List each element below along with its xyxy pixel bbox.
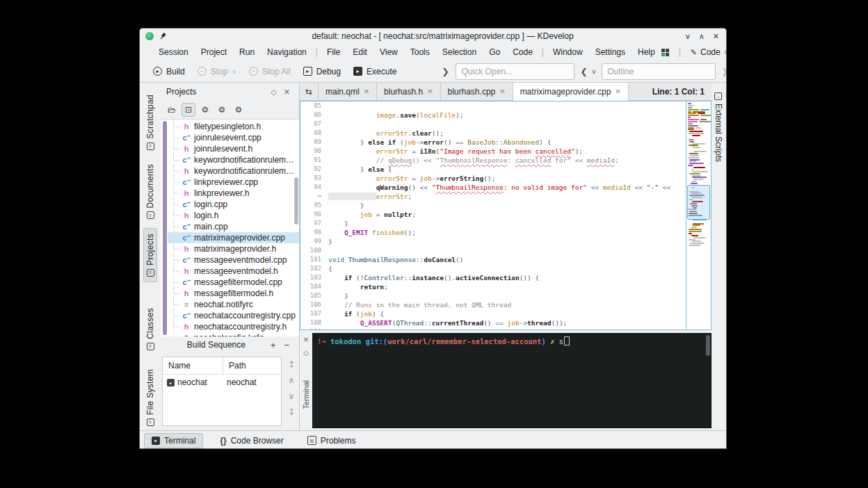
debug-button[interactable]: ▸ Debug [297, 63, 347, 80]
menu-session[interactable]: Session [152, 45, 195, 59]
minimize-icon[interactable]: ∨ [685, 33, 691, 40]
move-up-icon[interactable]: ∧ [289, 375, 295, 385]
dock-tab-external-scripts[interactable]: ›External Scripts [712, 88, 725, 166]
tree-item[interactable]: hlinkpreviewer.h [168, 188, 299, 199]
editor-minimap[interactable] [686, 101, 711, 330]
titlebar: default: neochat - [ neochat:src/matrixi… [140, 29, 726, 44]
menu-tools[interactable]: Tools [404, 45, 436, 59]
close-tab-icon[interactable]: ✕ [615, 88, 620, 95]
gear-icon[interactable]: ⚙ [198, 103, 212, 117]
remove-button[interactable]: − [280, 340, 294, 350]
menu-selection[interactable]: Selection [436, 45, 483, 59]
working-set-button[interactable]: ✎ Code ∨ [691, 47, 727, 57]
dock-tab-classes[interactable]: Classes≡ [144, 303, 156, 355]
terminal-screen[interactable]: !➜ tokodon git:(work/carl/remember-selec… [312, 333, 712, 428]
prev-icon[interactable]: ❮ [574, 67, 588, 76]
close-tab-icon[interactable]: ✕ [364, 88, 369, 95]
tree-item[interactable]: c++linkpreviewer.cpp [168, 177, 299, 188]
gear-sync-icon[interactable]: ⚙ [215, 103, 229, 117]
tree-scrollbar[interactable] [294, 177, 298, 225]
tree-item[interactable]: hjoinrulesevent.h [168, 143, 299, 154]
tree-item[interactable]: hmessageeventmodel.h [168, 266, 299, 277]
editor-tab-blurhash.cpp[interactable]: blurhash.cpp✕ [441, 83, 513, 100]
code-line: 94 qWarning() << "ThumbnailResponse: no … [300, 183, 686, 192]
stop-button[interactable]: − Stop∨ [191, 63, 243, 80]
menu-go[interactable]: Go [483, 45, 506, 59]
maximize-icon[interactable]: ∧ [699, 33, 705, 40]
build-sequence-row[interactable]: ▸neochatneochat [163, 375, 281, 390]
menu-project[interactable]: Project [195, 45, 233, 59]
menu-window[interactable]: Window [547, 45, 589, 59]
menu-help[interactable]: Help [632, 45, 661, 59]
execute-button[interactable]: ▸ Execute [347, 63, 403, 80]
dock-tab-documents[interactable]: Documents≡ [144, 159, 156, 224]
close-tab-icon[interactable]: ✕ [427, 88, 433, 95]
stop-all-button[interactable]: − Stop All [243, 63, 297, 80]
toolview-button-terminal[interactable]: ▸Terminal [144, 433, 203, 448]
tree-item[interactable]: hfiletypesingleton.h [168, 121, 299, 132]
float-icon[interactable]: ◇ [303, 349, 309, 357]
tree-item[interactable]: hlogin.h [168, 210, 299, 221]
add-button[interactable]: + [266, 340, 280, 350]
tree-item[interactable]: c++main.cpp [168, 221, 299, 232]
left-dock-tabbar: Scratchpad≡Documents≡Projects≡Classes≡Fi… [140, 83, 161, 430]
tree-item[interactable]: ≡neochat.notifyrc [168, 299, 299, 310]
outline-input[interactable] [602, 63, 716, 80]
build-sequence-title: Build Sequence [166, 340, 266, 350]
pin-icon[interactable] [158, 31, 168, 41]
close-icon[interactable]: ✕ [303, 336, 309, 343]
tree-item[interactable]: hmatriximageprovider.h [168, 243, 299, 254]
code-line: 86 image.save(localFile); [300, 111, 686, 120]
tree-item[interactable]: c++messageeventmodel.cpp [168, 254, 299, 266]
code-editor[interactable]: 8586 image.save(localFile);8788 errorStr… [300, 101, 712, 330]
close-tab-icon[interactable]: ✕ [499, 88, 505, 95]
menu-edit[interactable]: Edit [346, 45, 373, 59]
tree-item[interactable]: c++joinrulesevent.cpp [168, 132, 299, 143]
tree-item[interactable]: c++neochataccountregistry.cpp [168, 310, 299, 321]
tree-item[interactable]: c++keywordnotificationrulem… [168, 154, 299, 165]
expand-toolbar-icon[interactable]: ❯ [436, 67, 454, 76]
editor-tab-main.qml[interactable]: main.qml✕ [318, 83, 377, 100]
close-icon[interactable]: ✕ [280, 88, 294, 97]
chevron-down-icon[interactable]: ∨ [589, 68, 602, 75]
column-header-path[interactable]: Path [223, 361, 246, 371]
h-file-icon: h [182, 267, 191, 275]
toolview-button-problems[interactable]: ▥Problems [300, 434, 363, 448]
dock-tab-projects[interactable]: Projects≡ [143, 228, 157, 282]
tree-item[interactable]: hkeywordnotificationrulem… [168, 165, 299, 177]
area-grid-icon[interactable] [661, 49, 669, 56]
move-top-icon[interactable]: ↥ [288, 359, 295, 369]
tree-item[interactable]: c++matriximageprovider.cpp [168, 232, 299, 243]
editor-tab-blurhash.h[interactable]: blurhash.h✕ [377, 83, 440, 100]
close-icon[interactable]: ✕ [713, 33, 719, 40]
menu-settings[interactable]: Settings [589, 45, 632, 59]
toolview-button-code-browser[interactable]: {}Code Browser [213, 434, 290, 448]
document-switcher-icon[interactable]: ⇆ [300, 83, 318, 100]
menu-file[interactable]: File [321, 45, 346, 59]
gear-build-icon[interactable]: ⚙ [232, 103, 246, 117]
move-bottom-icon[interactable]: ↧ [288, 407, 295, 417]
quick-open-input[interactable] [456, 63, 574, 80]
tree-item[interactable]: c++messagefiltermodel.cpp [168, 277, 299, 288]
tree-item[interactable]: c++login.cpp [168, 199, 299, 210]
next-icon[interactable]: ❯ [716, 67, 727, 76]
menu-code[interactable]: Code [506, 45, 539, 59]
dock-tab-scratchpad[interactable]: Scratchpad≡ [144, 90, 156, 155]
move-down-icon[interactable]: ∨ [289, 391, 295, 401]
column-header-name[interactable]: Name [163, 357, 223, 374]
editor-tab-matriximageprovider.cpp[interactable]: matriximageprovider.cpp✕ [513, 83, 629, 101]
terminal-panel: ✕ ◇ Terminal !➜ tokodon git:(work/carl/r… [300, 333, 712, 428]
minimap-viewport[interactable] [687, 185, 710, 220]
tree-item[interactable]: hneochataccountregistry.h [168, 321, 299, 332]
targets-icon[interactable]: ⊡ [182, 103, 195, 117]
menu-navigation[interactable]: Navigation [261, 45, 313, 59]
documents-icon: ≡ [147, 211, 154, 219]
float-icon[interactable]: ◇ [267, 88, 280, 97]
dock-tab-file-system[interactable]: File System≡ [144, 364, 156, 431]
build-button[interactable]: ▸ Build [147, 63, 191, 80]
projects-toolbar: 🗁⊡⚙⚙⚙ [161, 101, 299, 119]
tree-item[interactable]: hmessagefiltermodel.h [168, 288, 299, 299]
folder-dropdown-icon[interactable]: 🗁 [165, 103, 179, 117]
menu-run[interactable]: Run [233, 45, 261, 59]
menu-view[interactable]: View [373, 45, 404, 59]
